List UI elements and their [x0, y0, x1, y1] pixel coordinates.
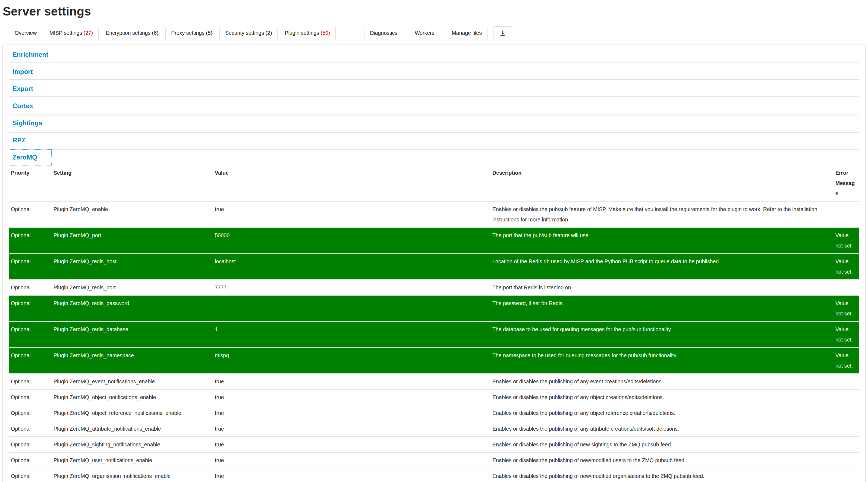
tab-count-badge: (27) — [82, 30, 93, 36]
value-cell: 7777 — [213, 279, 491, 295]
setting-row-plugin-zeromq-event-notifications-enable[interactable]: OptionalPlugin.ZeroMQ_event_notification… — [9, 373, 859, 389]
accordion-heading-enrichment: Enrichment — [9, 47, 859, 62]
accordion-section-sightings: Sightings — [9, 115, 859, 131]
setting-name-cell: Plugin.ZeroMQ_redis_port — [52, 279, 213, 295]
tab-count-badge: (2) — [264, 30, 272, 36]
setting-row-plugin-zeromq-port[interactable]: OptionalPlugin.ZeroMQ_port50000The port … — [9, 228, 859, 253]
settings-table: PrioritySettingValueDescriptionError Mes… — [9, 165, 859, 482]
setting-name-cell: Plugin.ZeroMQ_sighting_notifications_ena… — [52, 436, 213, 452]
setting-row-plugin-zeromq-redis-database[interactable]: OptionalPlugin.ZeroMQ_redis_database1The… — [9, 322, 859, 348]
description-cell: The namespace to be used for queuing mes… — [491, 348, 834, 373]
description-cell: Location of the Redis db used by MISP an… — [491, 253, 834, 279]
setting-row-plugin-zeromq-object-notifications-enable[interactable]: OptionalPlugin.ZeroMQ_object_notificatio… — [9, 389, 859, 405]
description-cell: Enables or disables the publishing of an… — [491, 373, 834, 389]
plugin-settings-panel: EnrichmentImportExportCortexSightingsRPZ… — [2, 44, 866, 482]
value-cell: true — [213, 468, 491, 482]
setting-row-plugin-zeromq-enable[interactable]: OptionalPlugin.ZeroMQ_enabletrueEnables … — [9, 201, 859, 228]
priority-cell: Optional — [9, 389, 52, 405]
setting-row-plugin-zeromq-redis-password[interactable]: OptionalPlugin.ZeroMQ_redis_passwordThe … — [9, 295, 859, 322]
accordion-link-cortex[interactable]: Cortex — [9, 98, 859, 114]
setting-row-plugin-zeromq-user-notifications-enable[interactable]: OptionalPlugin.ZeroMQ_user_notifications… — [9, 452, 859, 468]
priority-cell: Optional — [9, 279, 52, 295]
value-cell: true — [213, 389, 491, 405]
tab-encryption-settings[interactable]: Encryption settings (6) — [100, 26, 164, 40]
priority-cell: Optional — [9, 322, 52, 348]
setting-row-plugin-zeromq-redis-port[interactable]: OptionalPlugin.ZeroMQ_redis_port7777The … — [9, 279, 859, 295]
accordion-section-export: Export — [9, 81, 859, 97]
tab-label: Diagnostics — [370, 30, 397, 36]
download-icon — [500, 30, 506, 36]
error-message-cell — [834, 421, 859, 436]
description-cell: Enables or disables the pub/sub feature … — [491, 201, 834, 228]
accordion-link-enrichment[interactable]: Enrichment — [9, 47, 859, 62]
priority-cell: Optional — [9, 201, 52, 228]
setting-row-plugin-zeromq-redis-host[interactable]: OptionalPlugin.ZeroMQ_redis_hostlocalhos… — [9, 253, 859, 279]
priority-cell: Optional — [9, 348, 52, 373]
setting-name-cell: Plugin.ZeroMQ_redis_host — [52, 253, 213, 279]
tab-label: MISP settings — [50, 30, 82, 36]
value-cell: mispq — [213, 348, 491, 373]
accordion-link-sightings[interactable]: Sightings — [9, 116, 859, 131]
value-cell: true — [213, 201, 491, 228]
value-cell: localhost — [213, 253, 491, 279]
accordion-link-export[interactable]: Export — [9, 81, 859, 96]
tab-overview[interactable]: Overview — [9, 26, 42, 40]
priority-cell: Optional — [9, 436, 52, 452]
setting-row-plugin-zeromq-object-reference-notifications-enable[interactable]: OptionalPlugin.ZeroMQ_object_reference_n… — [9, 405, 859, 421]
priority-cell: Optional — [9, 405, 52, 421]
accordion-section-cortex: Cortex — [9, 98, 859, 114]
tab-count-badge: (50) — [319, 30, 330, 36]
tab-proxy-settings[interactable]: Proxy settings (5) — [165, 26, 218, 40]
priority-cell: Optional — [9, 295, 52, 322]
error-message-cell — [834, 389, 859, 405]
value-cell — [213, 295, 491, 322]
priority-cell: Optional — [9, 452, 52, 468]
setting-name-cell: Plugin.ZeroMQ_redis_password — [52, 295, 213, 322]
tab-diagnostics[interactable]: Diagnostics — [364, 26, 403, 40]
description-cell: Enables or disables the publishing of an… — [491, 421, 834, 436]
error-message-cell: Value not set. — [834, 348, 859, 373]
setting-name-cell: Plugin.ZeroMQ_object_notifications_enabl… — [52, 389, 213, 405]
setting-name-cell: Plugin.ZeroMQ_organisation_notifications… — [52, 468, 213, 482]
accordion-heading-sightings: Sightings — [9, 116, 859, 131]
setting-row-plugin-zeromq-attribute-notifications-enable[interactable]: OptionalPlugin.ZeroMQ_attribute_notifica… — [9, 421, 859, 436]
description-cell: The port that the pub/sub feature will u… — [491, 228, 834, 253]
tab-spacer — [337, 26, 364, 40]
setting-row-plugin-zeromq-sighting-notifications-enable[interactable]: OptionalPlugin.ZeroMQ_sighting_notificat… — [9, 436, 859, 452]
value-cell: true — [213, 452, 491, 468]
accordion-section-rpz: RPZ — [9, 132, 859, 148]
tab-count-badge: (5) — [205, 30, 212, 36]
tab-misp-settings[interactable]: MISP settings (27) — [44, 26, 99, 40]
setting-row-plugin-zeromq-organisation-notifications-enable[interactable]: OptionalPlugin.ZeroMQ_organisation_notif… — [9, 468, 859, 482]
value-cell: true — [213, 421, 491, 436]
description-cell: The port that Redis is listening on. — [491, 279, 834, 295]
column-header-description: Description — [491, 165, 834, 201]
accordion-heading-rpz: RPZ — [9, 132, 859, 148]
accordion-link-zeromq[interactable]: ZeroMQ — [9, 150, 51, 165]
value-cell: 1 — [213, 322, 491, 348]
setting-row-plugin-zeromq-redis-namespace[interactable]: OptionalPlugin.ZeroMQ_redis_namespacemis… — [9, 348, 859, 373]
tab-label: Security settings — [225, 30, 264, 36]
tab-workers[interactable]: Workers — [409, 26, 440, 40]
tab-count-badge: (6) — [151, 30, 158, 36]
value-cell: true — [213, 436, 491, 452]
settings-header-row: PrioritySettingValueDescriptionError Mes… — [9, 165, 859, 201]
accordion-heading-import: Import — [9, 64, 859, 79]
column-header-setting: Setting — [52, 165, 213, 201]
error-message-cell: Value not set. — [834, 253, 859, 279]
error-message-cell — [834, 436, 859, 452]
tab-download[interactable] — [494, 26, 512, 40]
tab-plugin-settings[interactable]: Plugin settings (50) — [279, 26, 336, 40]
setting-name-cell: Plugin.ZeroMQ_port — [52, 228, 213, 253]
column-header-priority: Priority — [9, 165, 52, 201]
tab-security-settings[interactable]: Security settings (2) — [219, 26, 278, 40]
error-message-cell: Value not set. — [834, 228, 859, 253]
tab-manage-files[interactable]: Manage files — [446, 26, 488, 40]
setting-name-cell: Plugin.ZeroMQ_user_notifications_enable — [52, 452, 213, 468]
accordion-link-rpz[interactable]: RPZ — [9, 132, 859, 148]
error-message-cell: Value not set. — [834, 322, 859, 348]
column-header-value: Value — [213, 165, 491, 201]
setting-name-cell: Plugin.ZeroMQ_object_reference_notificat… — [52, 405, 213, 421]
accordion-link-import[interactable]: Import — [9, 64, 859, 79]
description-cell: Enables or disables the publishing of ne… — [491, 468, 834, 482]
